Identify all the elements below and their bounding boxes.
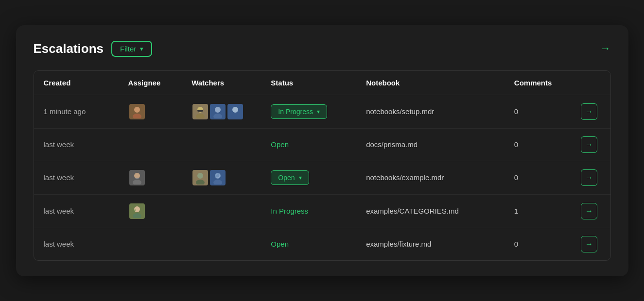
svg-point-8 [231, 114, 240, 118]
cell-action: → [568, 228, 610, 260]
table-row: 1 minute ago In Progress▾notebooks/setup… [34, 95, 610, 128]
cell-action: → [568, 161, 610, 194]
escalations-table-container: Created Assignee Watchers Status Noteboo… [34, 70, 611, 261]
status-text: Open [271, 240, 289, 248]
cell-notebook: notebooks/example.mdr [356, 161, 505, 194]
cell-comments: 0 [505, 95, 568, 128]
svg-point-3 [196, 114, 205, 118]
cell-assignee [119, 95, 182, 128]
arrow-right-icon: → [585, 240, 593, 249]
page-header: Escalations Filter ▾ → [34, 41, 611, 57]
col-header-comments: Comments [505, 71, 568, 95]
cell-created: last week [34, 128, 119, 161]
table-body: 1 minute ago In Progress▾notebooks/setup… [34, 95, 610, 260]
cell-status: Open▾ [261, 161, 356, 194]
svg-rect-4 [197, 110, 203, 112]
chevron-down-icon: ▾ [299, 174, 302, 181]
table-row: last weekOpenexamples/fixture.md0→ [34, 228, 610, 260]
navigate-arrow-button[interactable]: → [600, 42, 611, 55]
watcher-avatar [226, 103, 244, 120]
cell-watchers [182, 95, 261, 128]
avatar [128, 169, 146, 186]
svg-point-14 [213, 180, 222, 184]
arrow-right-icon: → [585, 173, 593, 182]
filter-label: Filter [120, 45, 136, 53]
cell-comments: 1 [505, 194, 568, 228]
cell-status: Open [261, 128, 356, 161]
status-badge-dropdown[interactable]: Open▾ [271, 170, 309, 185]
cell-created: last week [34, 228, 119, 260]
cell-notebook: examples/CATEGORIES.md [356, 194, 505, 228]
status-text: In Progress [271, 207, 308, 215]
table-row: last week In Progressexamples/CATEGORIES… [34, 194, 610, 228]
cell-notebook: notebooks/setup.mdr [356, 95, 505, 128]
svg-point-10 [133, 180, 141, 184]
escalations-panel: Escalations Filter ▾ → Created Assignee … [16, 25, 628, 276]
svg-point-6 [213, 114, 222, 118]
row-navigate-button[interactable]: → [581, 203, 597, 219]
avatar [128, 202, 146, 220]
col-header-created: Created [34, 71, 119, 95]
cell-created: last week [34, 194, 119, 228]
arrow-right-icon: → [585, 140, 593, 149]
table-header: Created Assignee Watchers Status Noteboo… [34, 71, 610, 95]
watcher-avatars [191, 103, 251, 120]
col-header-status: Status [261, 71, 356, 95]
col-header-notebook: Notebook [356, 71, 505, 95]
svg-point-7 [232, 107, 238, 113]
cell-created: last week [34, 161, 119, 194]
svg-point-12 [196, 180, 205, 184]
cell-created: 1 minute ago [34, 95, 119, 128]
cell-assignee [119, 128, 182, 161]
header-row: Created Assignee Watchers Status Noteboo… [34, 71, 610, 95]
chevron-down-icon: ▾ [317, 108, 320, 115]
cell-action: → [568, 128, 610, 161]
cell-watchers [182, 128, 261, 161]
cell-action: → [568, 95, 610, 128]
status-label: In Progress [278, 108, 313, 116]
watcher-avatar [191, 103, 209, 120]
svg-point-18 [134, 209, 136, 211]
cell-comments: 0 [505, 161, 568, 194]
table-row: last weekOpendocs/prisma.md0→ [34, 128, 610, 161]
svg-point-1 [133, 114, 141, 118]
table-row: last week Open▾notebooks/example.mdr0→ [34, 161, 610, 194]
cell-status: In Progress▾ [261, 95, 356, 128]
cell-assignee [119, 228, 182, 260]
chevron-down-icon: ▾ [140, 45, 143, 52]
cell-assignee [119, 161, 182, 194]
svg-point-17 [133, 213, 141, 218]
cell-watchers [182, 194, 261, 228]
cell-watchers [182, 161, 261, 194]
status-badge-dropdown[interactable]: In Progress▾ [271, 104, 327, 119]
cell-assignee [119, 194, 182, 228]
row-navigate-button[interactable]: → [581, 136, 597, 153]
cell-watchers [182, 228, 261, 260]
cell-status: In Progress [261, 194, 356, 228]
watcher-avatars [191, 169, 251, 186]
arrow-right-icon: → [585, 107, 593, 116]
header-left: Escalations Filter ▾ [34, 41, 153, 57]
watcher-avatar [191, 169, 209, 186]
row-navigate-button[interactable]: → [581, 169, 597, 186]
watcher-avatar [209, 169, 226, 186]
svg-point-11 [197, 173, 203, 179]
svg-point-0 [134, 107, 140, 113]
cell-comments: 0 [505, 228, 568, 260]
watcher-avatar [209, 103, 226, 120]
cell-notebook: docs/prisma.md [356, 128, 505, 161]
row-navigate-button[interactable]: → [581, 103, 597, 120]
cell-notebook: examples/fixture.md [356, 228, 505, 260]
status-label: Open [278, 174, 295, 182]
col-header-watchers: Watchers [182, 71, 261, 95]
svg-point-16 [134, 206, 140, 212]
cell-action: → [568, 194, 610, 228]
col-header-assignee: Assignee [119, 71, 182, 95]
filter-button[interactable]: Filter ▾ [111, 41, 152, 57]
col-header-action [568, 71, 610, 95]
row-navigate-button[interactable]: → [581, 236, 597, 252]
arrow-right-icon: → [585, 207, 593, 216]
cell-status: Open [261, 228, 356, 260]
status-text: Open [271, 140, 289, 149]
page-title: Escalations [34, 41, 104, 56]
